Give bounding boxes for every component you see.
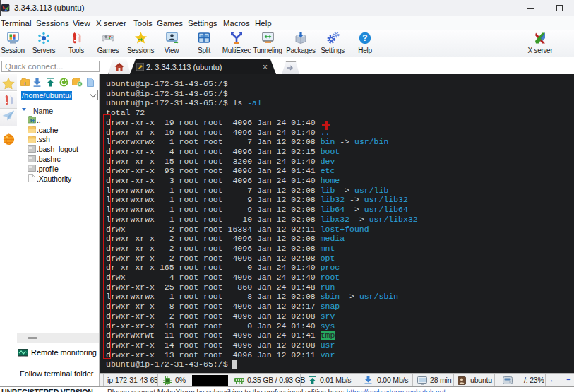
svg-text:t: t (30, 117, 32, 124)
svg-text:?: ? (362, 33, 367, 43)
svg-text:t: t (24, 80, 26, 87)
